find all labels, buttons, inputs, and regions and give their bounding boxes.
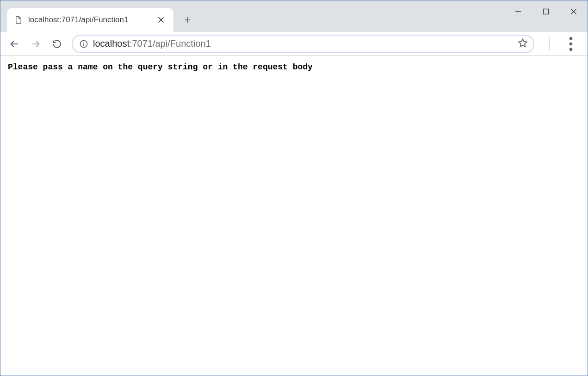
close-icon — [156, 15, 166, 25]
window-close-button[interactable] — [560, 0, 588, 23]
arrow-left-icon — [9, 39, 19, 49]
url-host: localhost — [93, 38, 130, 49]
forward-button[interactable] — [26, 35, 45, 53]
window-minimize-button[interactable] — [504, 0, 532, 23]
svg-point-3 — [84, 42, 84, 42]
svg-point-6 — [569, 48, 573, 51]
titlebar: localhost:7071/api/Function1 — [0, 0, 588, 32]
window-controls — [504, 0, 588, 23]
reload-icon — [52, 39, 62, 49]
response-body: Please pass a name on the query string o… — [8, 62, 580, 72]
reload-button[interactable] — [48, 35, 66, 53]
svg-point-4 — [569, 37, 573, 40]
star-icon — [518, 38, 528, 48]
browser-menu-button[interactable] — [562, 35, 580, 53]
bookmark-button[interactable] — [518, 38, 528, 50]
tabstrip: localhost:7071/api/Function1 — [0, 8, 198, 32]
back-button[interactable] — [5, 35, 24, 53]
page-content: Please pass a name on the query string o… — [0, 56, 588, 376]
maximize-icon — [542, 8, 550, 15]
info-icon — [79, 39, 88, 49]
arrow-right-icon — [31, 39, 41, 49]
toolbar-separator — [549, 37, 550, 50]
url-text: localhost:7071/api/Function1 — [93, 38, 513, 49]
close-icon — [570, 8, 577, 15]
toolbar: localhost:7071/api/Function1 — [0, 32, 588, 56]
tab-close-button[interactable] — [156, 15, 166, 25]
file-icon — [14, 16, 23, 24]
plus-icon — [183, 16, 192, 24]
address-bar[interactable]: localhost:7071/api/Function1 — [72, 35, 534, 53]
browser-tab[interactable]: localhost:7071/api/Function1 — [7, 8, 173, 32]
new-tab-button[interactable] — [176, 9, 198, 31]
tab-title: localhost:7071/api/Function1 — [28, 15, 150, 25]
kebab-menu-icon — [562, 35, 580, 53]
svg-rect-0 — [544, 9, 549, 14]
minimize-icon — [514, 8, 522, 15]
site-info-button[interactable] — [79, 39, 88, 49]
svg-point-5 — [569, 42, 573, 45]
window-maximize-button[interactable] — [532, 0, 560, 23]
url-path: :7071/api/Function1 — [130, 38, 211, 49]
